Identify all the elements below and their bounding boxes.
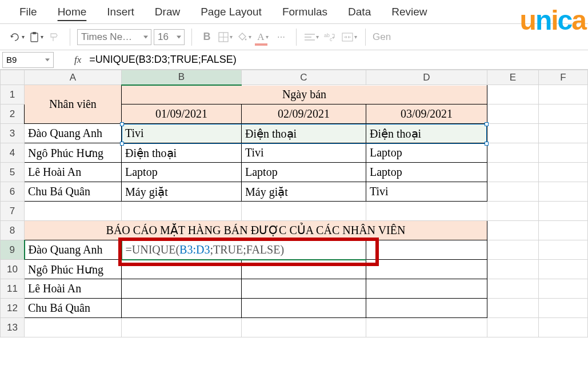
paste-button[interactable]: ▾ [28,29,45,46]
row-header-11[interactable]: 11 [1,279,25,299]
cell-d12[interactable] [366,299,487,318]
cell-f13[interactable] [539,318,588,337]
col-header-e[interactable]: E [487,70,539,85]
row-header-2[interactable]: 2 [1,104,25,124]
cell-b5[interactable]: Laptop [122,163,242,182]
cell-f4[interactable] [539,143,588,163]
font-size-select[interactable] [154,29,185,45]
cell-f1[interactable] [539,85,588,104]
cell-e11[interactable] [487,279,539,299]
row-header-12[interactable]: 12 [1,299,25,318]
cell-a5[interactable]: Lê Hoài An [25,163,122,182]
cell-a11[interactable]: Lê Hoài An [25,279,122,299]
merge-button[interactable]: ▾ [341,29,358,46]
cell-a7[interactable] [25,202,122,221]
cell-a3[interactable]: Đào Quang Anh [25,124,122,143]
cell-c6[interactable]: Máy giặt [242,182,366,202]
cell-b2[interactable]: 01/09/2021 [122,104,242,124]
cell-d11[interactable] [366,279,487,299]
select-all-corner[interactable] [1,70,25,85]
cell-e10[interactable] [487,260,539,279]
col-header-c[interactable]: C [242,70,366,85]
cell-e2[interactable] [487,104,539,124]
cell-c10[interactable] [242,260,366,279]
cell-e5[interactable] [487,163,539,182]
cell-c13[interactable] [242,318,366,337]
row-header-9[interactable]: 9 [1,240,25,260]
cell-a1[interactable]: Nhân viên [25,85,122,124]
cell-d13[interactable] [366,318,487,337]
cell-c7[interactable] [242,202,366,221]
format-painter-button[interactable] [47,29,63,46]
cell-a4[interactable]: Ngô Phúc Hưng [25,143,122,163]
col-header-b[interactable]: B [122,70,242,85]
row-header-6[interactable]: 6 [1,182,25,202]
cell-f5[interactable] [539,163,588,182]
tab-insert[interactable]: Insert [105,1,137,23]
cell-c11[interactable] [242,279,366,299]
row-header-5[interactable]: 5 [1,163,25,182]
cell-f8[interactable] [539,221,588,240]
cell-b6[interactable]: Máy giặt [122,182,242,202]
cell-e4[interactable] [487,143,539,163]
cell-a12[interactable]: Chu Bá Quân [25,299,122,318]
cell-b3[interactable]: Tivi [122,124,242,143]
bold-button[interactable]: B [199,29,215,46]
cell-b1[interactable]: Ngày bán [122,85,487,104]
fx-icon[interactable]: fx [74,54,81,66]
cell-b4[interactable]: Điện thoại [122,143,242,163]
cell-d2[interactable]: 03/09/2021 [366,104,487,124]
fill-color-button[interactable]: ▾ [236,29,253,46]
undo-button[interactable]: ▾ [8,29,26,46]
cell-c2[interactable]: 02/09/2021 [242,104,366,124]
cell-e9[interactable] [487,240,539,260]
cell-c3[interactable]: Điện thoại [242,124,366,143]
cell-f6[interactable] [539,182,588,202]
cell-e8[interactable] [487,221,539,240]
row-header-4[interactable]: 4 [1,143,25,163]
cell-a13[interactable] [25,318,122,337]
cell-b11[interactable] [122,279,242,299]
cell-b13[interactable] [122,318,242,337]
tab-draw[interactable]: Draw [153,1,182,23]
cell-d10[interactable] [366,260,487,279]
cell-b7[interactable] [122,202,242,221]
cell-b9-editing[interactable]: =UNIQUE(B3:D3;TRUE;FALSE) [122,240,366,260]
cell-f10[interactable] [539,260,588,279]
col-header-d[interactable]: D [366,70,487,85]
cell-e7[interactable] [487,202,539,221]
cell-c4[interactable]: Tivi [242,143,366,163]
cell-b12[interactable] [122,299,242,318]
formula-input[interactable] [87,53,588,67]
cell-a6[interactable]: Chu Bá Quân [25,182,122,202]
tab-formulas[interactable]: Formulas [280,1,330,23]
cell-f7[interactable] [539,202,588,221]
cell-f12[interactable] [539,299,588,318]
cell-e12[interactable] [487,299,539,318]
cell-d6[interactable]: Tivi [366,182,487,202]
font-name-select[interactable] [77,29,151,45]
cell-a8[interactable]: BÁO CÁO MẶT HÀNG BÁN ĐƯỢC CỦA CÁC NHÂN V… [25,221,487,240]
cell-d3[interactable]: Điện thoại [366,124,487,143]
cell-e13[interactable] [487,318,539,337]
cell-d9[interactable] [366,240,487,260]
wrap-text-button[interactable]: abc [322,29,338,46]
more-font-button[interactable]: ⋯ [273,29,289,46]
cell-a10[interactable]: Ngô Phúc Hưng [25,260,122,279]
tab-file[interactable]: File [17,1,39,23]
cell-d4[interactable]: Laptop [366,143,487,163]
col-header-a[interactable]: A [25,70,122,85]
name-box[interactable]: B9 [2,52,54,68]
cell-e6[interactable] [487,182,539,202]
cell-d7[interactable] [366,202,487,221]
tab-home[interactable]: Home [55,1,89,23]
row-header-8[interactable]: 8 [1,221,25,240]
borders-button[interactable]: ▾ [217,29,234,46]
cell-e1[interactable] [487,85,539,104]
tab-page-layout[interactable]: Page Layout [198,1,264,23]
tab-review[interactable]: Review [389,1,429,23]
col-header-f[interactable]: F [539,70,588,85]
tab-data[interactable]: Data [346,1,373,23]
cell-f9[interactable] [539,240,588,260]
cell-f3[interactable] [539,124,588,143]
